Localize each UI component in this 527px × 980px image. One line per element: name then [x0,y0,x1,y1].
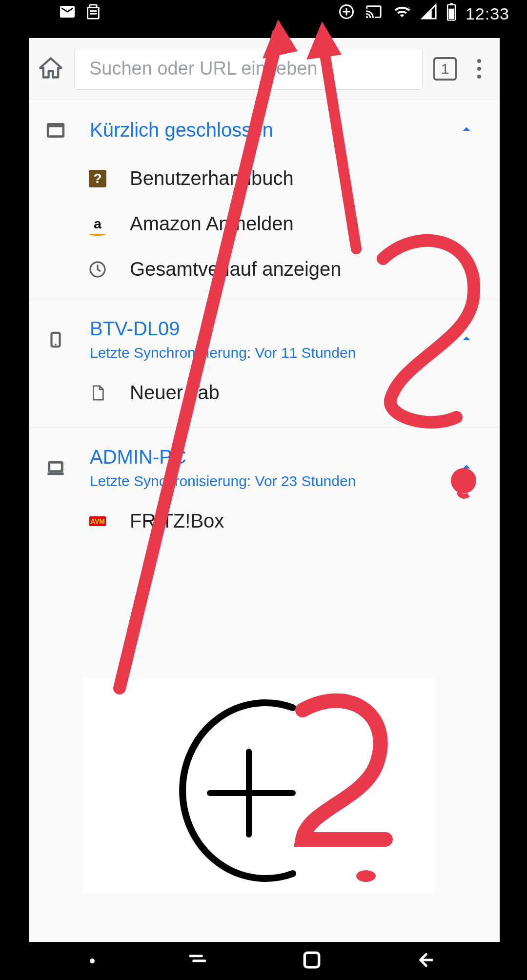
svg-rect-11 [49,462,62,471]
tabs-button[interactable]: 1 [433,57,457,81]
device-name: ADMIN-PC [90,446,435,468]
device-sync-status: Letzte Synchronisierung: Vor 11 Stunden [90,345,435,361]
full-history-link[interactable]: Gesamtverlauf anzeigen [29,246,500,292]
laptop-icon [44,458,67,478]
clipboard-icon [85,2,101,25]
svg-rect-0 [90,10,97,12]
wifi-icon: + [392,3,412,24]
tabs-count: 1 [441,61,449,77]
item-label: Benutzerhandbuch [130,167,294,189]
chevron-up-icon[interactable] [458,121,475,140]
section-device[interactable]: BTV-DL09 Letzte Synchronisierung: Vor 11… [29,303,500,365]
svg-rect-5 [448,9,454,19]
overflow-menu-button[interactable] [467,59,491,79]
divider [29,427,500,428]
list-item[interactable]: AVM FRITZ!Box [29,493,500,544]
svg-point-10 [55,344,56,345]
home-nav-button[interactable] [301,949,323,973]
recents-button[interactable] [184,950,211,972]
svg-text:+: + [407,5,411,13]
section-recently-closed[interactable]: Kürzlich geschlossen [29,100,500,156]
item-label: Neuer Tab [130,382,220,404]
url-bar[interactable]: Suchen oder URL eingeben [74,48,423,90]
help-favicon: ? [88,169,107,188]
item-label: Amazon Anmelden [130,213,294,235]
list-item[interactable]: ? Benutzerhandbuch [29,156,500,201]
recently-closed-icon [44,121,67,140]
home-button[interactable] [38,55,63,82]
fritzbox-favicon: AVM [88,511,107,531]
item-label: Gesamtverlauf anzeigen [130,258,342,280]
recently-closed-title: Kürzlich geschlossen [90,119,435,141]
signal-icon [421,3,437,24]
back-button[interactable] [412,950,437,972]
nav-indicator-dot [90,959,95,963]
device-name: BTV-DL09 [90,318,435,340]
chevron-up-icon[interactable] [458,458,475,478]
clock-icon [88,260,107,279]
mail-icon [59,3,76,24]
chevron-up-icon[interactable] [458,330,475,349]
url-placeholder: Suchen oder URL eingeben [89,58,318,79]
list-item[interactable]: a Amazon Anmelden [29,201,500,246]
amazon-favicon: a [88,214,107,234]
annotation-sketch-panel [83,678,434,893]
section-device[interactable]: ADMIN-PC Letzte Synchronisierung: Vor 23… [29,431,500,493]
divider [29,299,500,299]
item-label: FRITZ!Box [130,510,224,532]
svg-rect-1 [90,13,97,15]
svg-rect-4 [450,3,453,5]
svg-rect-7 [48,124,63,127]
chrome-toolbar: Suchen oder URL eingeben 1 [29,38,500,100]
annotation-cplus-symbol [83,678,434,893]
page-icon [88,383,107,403]
list-item[interactable]: Neuer Tab [29,365,500,420]
device-sync-status: Letzte Synchronisierung: Vor 23 Stunden [90,473,435,490]
svg-rect-18 [304,953,319,967]
status-clock: 12:33 [466,4,509,23]
android-status-bar: + 12:33 [0,0,527,27]
battery-icon [446,2,457,25]
phone-icon [44,327,67,352]
cast-icon [364,3,384,24]
android-nav-bar [0,942,527,980]
data-saver-icon [338,3,355,24]
